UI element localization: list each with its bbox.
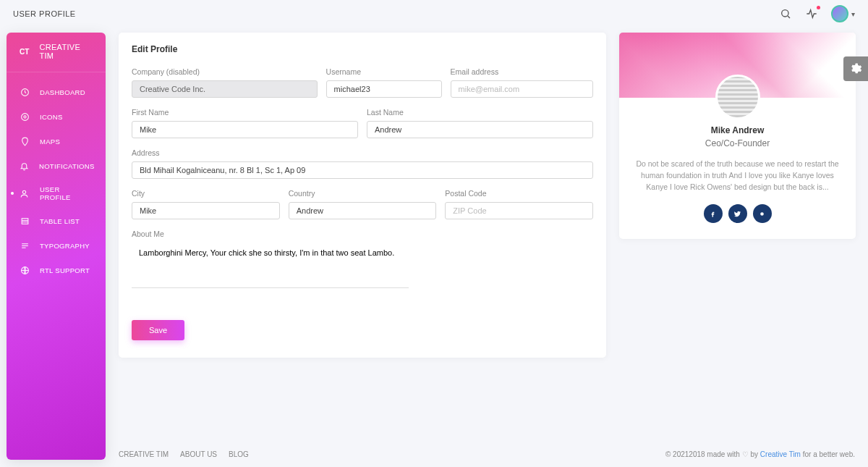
sidebar-item-label: MAPS <box>40 138 60 146</box>
user-icon <box>20 188 30 198</box>
user-menu[interactable]: ▾ <box>831 5 855 22</box>
username-input[interactable] <box>326 80 442 98</box>
lastname-label: Last Name <box>367 108 593 117</box>
about-label: About Me <box>132 230 593 238</box>
sidebar-item-label: NOTIFICATIONS <box>39 162 95 170</box>
save-button[interactable]: Save <box>132 320 184 340</box>
profile-avatar[interactable] <box>715 75 760 119</box>
footer-link[interactable]: CREATIVE TIM <box>119 450 169 458</box>
city-label: City <box>132 189 280 198</box>
svg-point-0 <box>782 10 788 17</box>
activity-icon[interactable] <box>805 7 818 20</box>
firstname-input[interactable] <box>132 121 358 138</box>
username-label: Username <box>326 67 442 76</box>
firstname-label: First Name <box>132 108 358 117</box>
profile-card: Mike Andrew Ceo/Co-Founder Do not be sca… <box>619 33 856 239</box>
sidebar-item-dashboard[interactable]: DASHBOARD <box>7 80 106 104</box>
company-label: Company (disabled) <box>132 67 318 76</box>
company-input <box>132 80 318 98</box>
heart-icon: ♡ <box>742 450 749 458</box>
brand[interactable]: CT CREATIVE TIM <box>7 43 106 72</box>
notification-dot <box>817 6 820 9</box>
country-label: Country <box>289 189 437 198</box>
svg-point-3 <box>23 115 25 117</box>
about-textarea[interactable]: Lamborghini Mercy, Your chick she so thi… <box>132 243 409 288</box>
svg-line-1 <box>788 16 790 18</box>
sidebar: CT CREATIVE TIM DASHBOARDICONSMAPSNOTIFI… <box>7 33 106 460</box>
facebook-icon[interactable] <box>704 204 723 223</box>
card-title: Edit Profile <box>132 44 593 54</box>
google-icon[interactable] <box>753 204 772 223</box>
globe-icon <box>20 265 30 275</box>
footer-copyright: © 20212018 made with ♡ by Creative Tim f… <box>665 450 855 458</box>
svg-rect-6 <box>22 218 28 224</box>
typo-icon <box>20 240 30 251</box>
footer-link[interactable]: ABOUT US <box>180 450 217 458</box>
sidebar-item-label: TABLE LIST <box>40 217 80 225</box>
email-label: Email address <box>451 67 593 76</box>
country-input[interactable] <box>289 202 437 219</box>
sidebar-item-label: TYPOGRAPHY <box>40 242 90 250</box>
chevron-down-icon: ▾ <box>851 10 855 18</box>
table-icon <box>20 216 30 226</box>
twitter-icon[interactable] <box>728 204 747 223</box>
icons-icon <box>20 112 30 122</box>
edit-profile-card: Edit Profile Company (disabled) Username… <box>119 33 606 358</box>
creative-tim-link[interactable]: Creative Tim <box>760 450 801 458</box>
bell-icon <box>20 161 29 171</box>
postal-input[interactable] <box>445 202 593 219</box>
svg-point-5 <box>23 190 26 193</box>
sidebar-item-label: DASHBOARD <box>40 88 85 96</box>
svg-point-4 <box>21 113 28 120</box>
page-title: USER PROFILE <box>13 9 76 18</box>
brand-name: CREATIVE TIM <box>39 43 95 60</box>
sidebar-item-label: RTL SUPPORT <box>40 266 90 274</box>
sidebar-item-rtl-support[interactable]: RTL SUPPORT <box>7 258 106 282</box>
maps-icon <box>20 136 30 146</box>
sidebar-item-typography[interactable]: TYPOGRAPHY <box>7 233 106 258</box>
avatar <box>831 5 848 22</box>
search-icon[interactable] <box>779 7 792 20</box>
sidebar-item-icons[interactable]: ICONS <box>7 104 106 129</box>
profile-name: Mike Andrew <box>632 125 843 135</box>
settings-icon[interactable] <box>843 56 868 81</box>
lastname-input[interactable] <box>367 121 593 138</box>
email-input[interactable] <box>451 80 593 98</box>
sidebar-item-maps[interactable]: MAPS <box>7 129 106 153</box>
postal-label: Postal Code <box>445 189 593 198</box>
dashboard-icon <box>20 87 30 97</box>
sidebar-item-label: ICONS <box>40 113 63 121</box>
city-input[interactable] <box>132 202 280 219</box>
sidebar-item-notifications[interactable]: NOTIFICATIONS <box>7 153 106 178</box>
sidebar-item-table-list[interactable]: TABLE LIST <box>7 209 106 233</box>
address-label: Address <box>132 148 593 157</box>
sidebar-item-label: USER PROFILE <box>40 185 93 201</box>
profile-role: Ceo/Co-Founder <box>632 138 843 148</box>
svg-point-13 <box>760 212 764 216</box>
profile-description: Do not be scared of the truth because we… <box>632 159 843 193</box>
address-input[interactable] <box>132 161 593 179</box>
footer-link[interactable]: BLOG <box>229 450 249 458</box>
brand-badge: CT <box>17 43 32 59</box>
sidebar-item-user-profile[interactable]: USER PROFILE <box>7 178 106 209</box>
